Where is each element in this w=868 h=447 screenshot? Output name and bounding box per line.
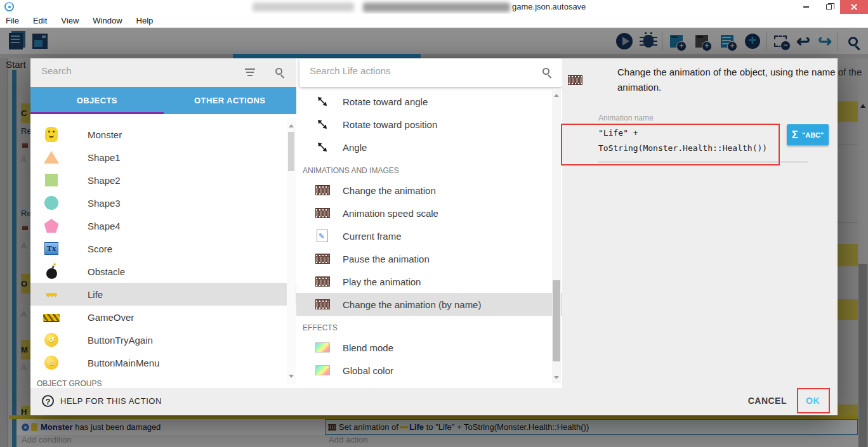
list-item-score[interactable]: Score: [30, 237, 296, 260]
scene-tab-label: Start: [6, 59, 26, 70]
rotate-icon: [316, 95, 329, 108]
list-item-buttonmainmenu[interactable]: ⌂ButtonMainMenu: [30, 351, 296, 374]
animation-film-icon: [328, 424, 336, 431]
add-condition-button[interactable]: Add condition: [16, 435, 325, 447]
events-scrollbar[interactable]: [858, 58, 868, 447]
action-item[interactable]: Play the animation: [296, 270, 562, 293]
action-text: Set animation of: [339, 422, 398, 432]
menu-bar: File Edit View Window Help: [0, 14, 868, 28]
action-object-name: Life: [409, 422, 424, 432]
app-logo-icon: [4, 2, 14, 11]
home-button-icon: ⌂: [44, 356, 58, 370]
clipped-event-text: Re: [21, 209, 30, 218]
action-item[interactable]: Global color: [296, 359, 562, 382]
event-action-selected[interactable]: Set animation of ♥♥♥ Life to "Life" + To…: [325, 419, 858, 435]
event-indent-bar: [12, 70, 16, 447]
add-external-layout-icon: [695, 35, 708, 48]
redo-button[interactable]: ↪: [815, 31, 835, 51]
action-item[interactable]: Change the animation: [296, 179, 562, 202]
rainbow-color-icon: [315, 365, 330, 375]
add-external-layout-button[interactable]: [692, 31, 712, 51]
debug-button[interactable]: [638, 31, 659, 51]
action-search-input[interactable]: [310, 65, 519, 76]
film-icon: [315, 276, 330, 287]
sigma-icon: Σ: [792, 129, 798, 141]
frame-document-icon: [317, 230, 328, 242]
add-object-icon: [745, 34, 760, 49]
action-item[interactable]: Rotate toward angle: [296, 90, 562, 113]
list-item-buttontryagain[interactable]: ↺ButtonTryAgain: [30, 328, 296, 351]
action-item[interactable]: Animation speed scale: [296, 202, 562, 224]
expression-editor-button[interactable]: Σ "ABC": [787, 124, 829, 145]
list-item-shape2[interactable]: Shape2: [30, 169, 296, 191]
minimize-button[interactable]: [794, 0, 817, 14]
rotate-icon: [316, 141, 329, 153]
search-events-button[interactable]: [843, 31, 863, 51]
close-button[interactable]: [840, 0, 868, 14]
event-condition[interactable]: Monster has just been damaged: [16, 419, 325, 435]
scrollbar-thumb[interactable]: [858, 264, 867, 447]
list-item-shape3[interactable]: Shape3: [30, 191, 296, 214]
action-item[interactable]: Current frame: [296, 224, 562, 247]
scene-editor-button[interactable]: [30, 31, 50, 51]
scrollbar-thumb[interactable]: [288, 132, 294, 171]
restore-icon: [826, 4, 832, 10]
animation-name-field[interactable]: "Life" + ToString(Monster.Health::Health…: [598, 126, 808, 162]
actions-scrollbar[interactable]: [552, 90, 561, 383]
menu-window[interactable]: Window: [86, 14, 129, 28]
add-action-button[interactable]: Add action: [325, 435, 858, 447]
maximize-button[interactable]: [817, 0, 840, 14]
scrollbar-thumb[interactable]: [553, 280, 560, 361]
add-object-button[interactable]: [742, 31, 763, 51]
film-icon: [315, 185, 330, 195]
list-item-obstacle[interactable]: Obstacle: [30, 260, 296, 283]
scroll-up-icon[interactable]: [289, 124, 294, 127]
action-item-selected[interactable]: Change the animation (by name): [296, 293, 562, 316]
filter-icon[interactable]: [245, 68, 255, 76]
list-item-shape1[interactable]: Shape1: [30, 146, 296, 169]
action-text: to: [426, 422, 433, 432]
action-expression: "Life" + ToString(Monster.Health::Health…: [435, 422, 589, 432]
scroll-down-icon[interactable]: [289, 375, 294, 378]
list-item-monster[interactable]: Monster: [30, 123, 296, 146]
play-button[interactable]: [614, 31, 635, 51]
add-scene-button[interactable]: [666, 31, 687, 51]
cancel-button[interactable]: CANCEL: [748, 396, 787, 406]
object-search-input[interactable]: [41, 65, 232, 76]
menu-edit[interactable]: Edit: [26, 14, 54, 28]
circle-icon: [44, 196, 58, 210]
help-link[interactable]: ? HELP FOR THIS ACTION: [42, 395, 162, 407]
behavior-gear-icon: [22, 424, 29, 431]
search-icon: [542, 68, 549, 75]
action-item[interactable]: Rotate toward position: [296, 113, 562, 136]
scroll-up-icon[interactable]: [860, 104, 865, 108]
retry-button-icon: ↺: [44, 333, 58, 347]
objects-scrollbar[interactable]: [287, 118, 296, 384]
clipped-event-strip: [838, 299, 858, 320]
tab-objects[interactable]: OBJECTS: [30, 87, 164, 114]
condition-object-name: Monster: [41, 422, 73, 432]
scroll-down-icon[interactable]: [554, 376, 559, 379]
life-hearts-icon: ♥♥♥: [400, 424, 408, 431]
add-external-events-button[interactable]: [717, 31, 737, 51]
menu-view[interactable]: View: [54, 14, 86, 28]
menu-file[interactable]: File: [0, 14, 26, 28]
action-item[interactable]: Pause the animation: [296, 247, 562, 270]
rainbow-color-icon: [315, 342, 330, 353]
remove-event-button[interactable]: [770, 31, 791, 51]
tab-other-actions[interactable]: OTHER ACTIONS: [164, 87, 297, 114]
ok-button[interactable]: OK: [806, 396, 820, 406]
action-item[interactable]: Angle: [296, 136, 562, 159]
clipped-event-text: A: [21, 309, 30, 319]
list-item-gameover[interactable]: GameOver: [30, 306, 296, 328]
scroll-up-icon[interactable]: [554, 94, 559, 97]
menu-help[interactable]: Help: [129, 14, 161, 28]
minimize-icon: [803, 6, 809, 8]
list-item-shape4[interactable]: Shape4: [30, 214, 296, 237]
action-item[interactable]: Blend mode: [296, 336, 562, 359]
undo-button[interactable]: ↩: [793, 31, 813, 51]
search-icon: [275, 68, 282, 75]
events-sheet-button[interactable]: [6, 31, 26, 51]
blurred-title-segment: [363, 3, 510, 12]
list-item-life[interactable]: ♥♥♥Life: [30, 283, 296, 306]
